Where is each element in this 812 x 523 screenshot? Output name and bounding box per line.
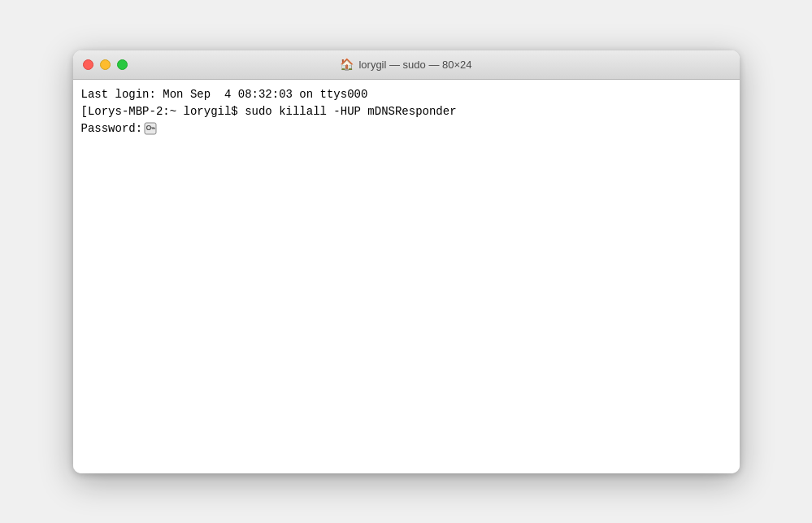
terminal-line-2: [Lorys-MBP-2:~ lorygil$ sudo killall -HU… (81, 103, 732, 120)
maximize-button[interactable] (117, 59, 128, 70)
window-title-text: lorygil — sudo — 80×24 (358, 59, 471, 71)
traffic-lights (83, 59, 128, 70)
terminal-line-1: Last login: Mon Sep 4 08:32:03 on ttys00… (81, 86, 732, 103)
key-icon (144, 122, 157, 135)
home-icon: 🏠 (340, 58, 354, 71)
terminal-window: 🏠 lorygil — sudo — 80×24 Last login: Mon… (73, 50, 740, 473)
password-line: Password: (81, 120, 732, 137)
password-label: Password: (81, 120, 143, 137)
window-title: 🏠 lorygil — sudo — 80×24 (340, 58, 471, 71)
close-button[interactable] (83, 59, 93, 70)
title-bar: 🏠 lorygil — sudo — 80×24 (73, 50, 740, 80)
terminal-body[interactable]: Last login: Mon Sep 4 08:32:03 on ttys00… (73, 80, 740, 473)
minimize-button[interactable] (100, 59, 111, 70)
